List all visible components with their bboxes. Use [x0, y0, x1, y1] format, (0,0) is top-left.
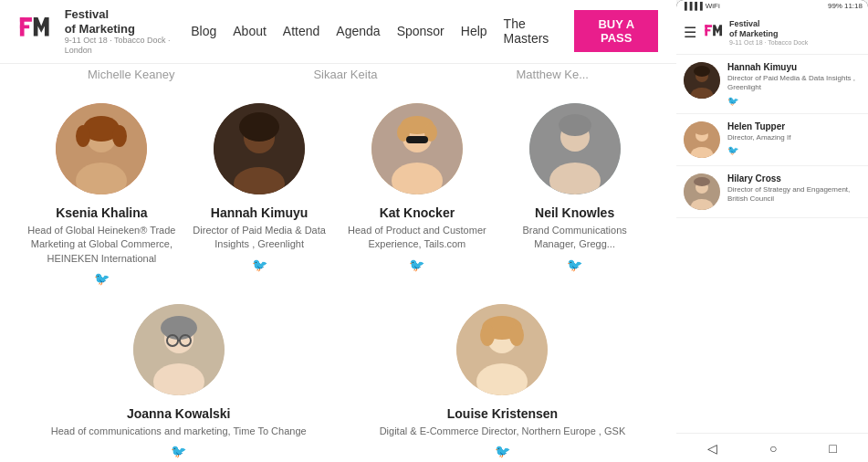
partial-name-3: Matthew Ke... [516, 68, 588, 81]
speaker-avatar-kat [371, 103, 463, 194]
mobile-signal-icon: ▐▐▐▐ [682, 2, 703, 10]
partial-name-1: Michelle Keaney [88, 68, 174, 81]
nav-agenda[interactable]: Agenda [336, 24, 380, 38]
speaker-avatar-hannah [214, 103, 305, 194]
mobile-speaker-item-helen[interactable]: Helen Tupper Director, Amazing If 🐦 [676, 114, 868, 166]
mobile-speaker-item-hilary[interactable]: Hilary Cross Director of Strategy and En… [676, 166, 868, 218]
svg-marker-41 [713, 25, 722, 36]
speaker-name-hannah: Hannah Kimuyu [211, 205, 309, 220]
speaker-card-hannah[interactable]: Hannah Kimuyu Director of Paid Media & D… [185, 103, 334, 286]
svg-marker-3 [34, 17, 49, 37]
desktop-site: Festival of Marketing 9-11 Oct 18 · Toba… [0, 0, 676, 462]
speakers-grid: Ksenia Khalina Head of Global Heineken® … [0, 85, 676, 304]
svg-rect-40 [705, 29, 710, 31]
mobile-twitter-icon-hannah[interactable]: 🐦 [727, 96, 861, 106]
speaker-card-ksenia[interactable]: Ksenia Khalina Head of Global Heineken® … [27, 103, 176, 286]
mobile-speaker-info-hannah: Hannah Kimuyu Director of Paid Media & D… [727, 62, 861, 106]
buy-pass-button[interactable]: BUY A PASS [574, 10, 658, 52]
logo-marketing: of Marketing [65, 22, 192, 37]
svg-point-28 [161, 316, 197, 340]
twitter-icon-hannah[interactable]: 🐦 [252, 257, 267, 272]
svg-point-9 [112, 125, 127, 147]
mobile-avatar-helen [684, 121, 720, 158]
mobile-speaker-item-hannah[interactable]: Hannah Kimuyu Director of Paid Media & D… [676, 55, 868, 114]
site-header: Festival of Marketing 9-11 Oct 18 · Toba… [0, 0, 676, 64]
speaker-role-kat: Head of Product and Customer Experience,… [343, 224, 492, 252]
mobile-speaker-role-hannah: Director of Paid Media & Data Insights ,… [727, 74, 861, 93]
twitter-icon-joanna[interactable]: 🐦 [171, 444, 186, 458]
speaker-card-kat[interactable]: Kat Knocker Head of Product and Customer… [343, 103, 492, 286]
speaker-role-hannah: Director of Paid Media & Data Insights ,… [185, 224, 334, 252]
partial-name-2: Sikaar Keita [313, 68, 377, 81]
svg-point-13 [239, 112, 279, 142]
nav-blog[interactable]: Blog [191, 24, 216, 38]
mobile-status-bar: ▐▐▐▐ WiFi 99% 11:18 [676, 0, 868, 12]
svg-rect-39 [705, 25, 712, 27]
hamburger-menu-icon[interactable]: ☰ [684, 24, 696, 41]
twitter-icon-kat[interactable]: 🐦 [409, 257, 424, 272]
mobile-recents-icon[interactable]: □ [829, 441, 836, 456]
nav-the-masters[interactable]: The Masters [504, 16, 559, 46]
svg-point-36 [480, 324, 495, 346]
nav-help[interactable]: Help [461, 24, 487, 38]
mobile-device: ▐▐▐▐ WiFi 99% 11:18 ☰ Festival of Market… [676, 0, 868, 462]
logo-festival: Festival [65, 7, 192, 22]
logo[interactable]: Festival of Marketing 9-11 Oct 18 · Toba… [18, 7, 191, 56]
logo-date: 9-11 Oct 18 · Tobacco Dock · London [65, 36, 192, 56]
speaker-name-kat: Kat Knocker [380, 205, 455, 220]
svg-point-37 [509, 324, 524, 346]
speaker-card-neil[interactable]: Neil Knowles Brand Communications Manage… [500, 103, 649, 286]
svg-point-49 [694, 124, 710, 135]
mobile-speaker-role-helen: Director, Amazing If [727, 133, 861, 142]
speaker-role-louise: Digital & E-Commerce Director, Northern … [380, 425, 626, 438]
mobile-logo-festival: Festival [729, 19, 808, 29]
twitter-icon-neil[interactable]: 🐦 [567, 257, 582, 272]
mobile-content: ☰ Festival of Marketing 9-11 Oct 18 · To… [676, 12, 868, 437]
speakers-grid-bottom: Joanna Kowalski Head of communications a… [0, 304, 676, 462]
mobile-back-icon[interactable]: ◁ [707, 441, 717, 456]
mobile-avatar-hilary [684, 173, 720, 210]
speaker-name-joanna: Joanna Kowalski [127, 406, 231, 421]
speaker-avatar-louise [456, 304, 548, 395]
mobile-twitter-icon-helen[interactable]: 🐦 [727, 145, 861, 155]
speaker-name-louise: Louise Kristensen [447, 406, 558, 421]
svg-rect-1 [20, 17, 32, 22]
speaker-avatar-joanna [133, 304, 225, 395]
svg-point-53 [694, 177, 710, 186]
nav-about[interactable]: About [233, 24, 267, 38]
main-nav: Blog About Attend Agenda Sponsor Help Th… [191, 10, 658, 52]
speaker-role-ksenia: Head of Global Heineken® Trade Marketing… [27, 224, 176, 266]
svg-rect-20 [406, 136, 428, 143]
speaker-avatar-neil [529, 103, 621, 194]
mobile-logo-text: Festival of Marketing 9-11 Oct 18 · Toba… [729, 19, 808, 47]
svg-point-24 [559, 114, 591, 136]
mobile-wifi-icon: WiFi [706, 2, 720, 10]
mobile-avatar-hannah [684, 62, 720, 99]
mobile-status-icons: 99% 11:18 [828, 2, 863, 10]
speaker-avatar-ksenia [56, 103, 147, 194]
mobile-logo[interactable]: Festival of Marketing 9-11 Oct 18 · Toba… [704, 19, 808, 47]
logo-text: Festival of Marketing 9-11 Oct 18 · Toba… [65, 7, 192, 56]
speaker-name-neil: Neil Knowles [535, 205, 614, 220]
svg-point-8 [76, 125, 90, 147]
nav-sponsor[interactable]: Sponsor [397, 24, 444, 38]
speaker-name-ksenia: Ksenia Khalina [56, 205, 147, 220]
speaker-role-neil: Brand Communications Manager, Gregg... [500, 224, 649, 252]
mobile-header: ☰ Festival of Marketing 9-11 Oct 18 · To… [676, 12, 868, 55]
mobile-battery-text: 99% [828, 2, 842, 10]
mobile-speaker-name-hannah: Hannah Kimuyu [727, 62, 861, 72]
mobile-home-icon[interactable]: ○ [769, 441, 777, 456]
mobile-speaker-name-helen: Helen Tupper [727, 121, 861, 131]
mobile-time: 11:18 [844, 2, 863, 10]
speaker-card-louise[interactable]: Louise Kristensen Digital & E-Commerce D… [380, 304, 626, 458]
speaker-card-joanna[interactable]: Joanna Kowalski Head of communications a… [51, 304, 307, 458]
mobile-speaker-role-hilary: Director of Strategy and Engagement, Bri… [727, 185, 861, 205]
nav-attend[interactable]: Attend [283, 24, 319, 38]
partial-names-row: Michelle Keaney Sikaar Keita Matthew Ke.… [0, 64, 676, 85]
twitter-icon-ksenia[interactable]: 🐦 [94, 271, 110, 286]
mobile-speaker-info-helen: Helen Tupper Director, Amazing If 🐦 [727, 121, 861, 155]
mobile-logo-date: 9-11 Oct 18 · Tobacco Dock [729, 39, 808, 47]
mobile-logo-marketing: of Marketing [729, 29, 808, 39]
svg-rect-2 [20, 26, 29, 29]
twitter-icon-louise[interactable]: 🐦 [495, 444, 510, 458]
